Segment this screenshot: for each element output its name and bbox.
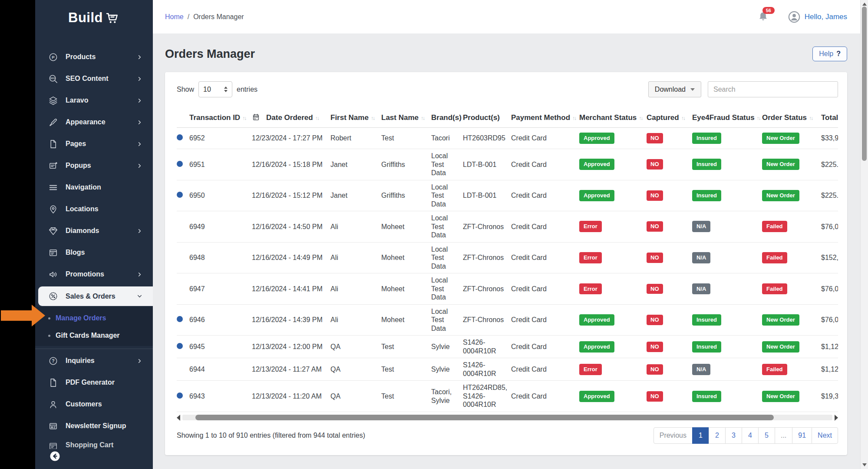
cell-eye4fraud-status: Insured — [692, 149, 762, 180]
col-header-first-name[interactable]: First Name↑↓ — [330, 113, 381, 128]
help-button[interactable]: Help ? — [812, 47, 847, 61]
col-header-payment-method[interactable]: Payment Method↑↓ — [511, 113, 579, 128]
user-greeting[interactable]: Hello, James — [805, 13, 847, 21]
cell-date-ordered: 12/16/2024 - 14:41 PM — [252, 273, 330, 305]
sidebar-item-newsletter-signup[interactable]: Newsletter Signup — [35, 415, 153, 437]
cell-brands: Tacori — [431, 128, 463, 149]
sidebar-item-label: Promotions — [66, 270, 137, 278]
page-button-5[interactable]: 5 — [758, 427, 775, 444]
sidebar: Build PProductsSEOSEO ContentLaravoAppea… — [35, 0, 153, 469]
cell-date-ordered: 12/13/2024 - 11:20 AM — [252, 381, 330, 412]
cell-brands: Local Test Data — [431, 149, 463, 180]
status-badge: Error — [579, 252, 602, 263]
sidebar-item-label: Laravo — [66, 96, 137, 104]
sidebar-item-inquiries[interactable]: ?Inquiries — [35, 350, 153, 372]
diamond-icon — [48, 226, 58, 236]
cell-order-status: New Order — [762, 180, 821, 211]
col-header-date-ordered[interactable]: Date Ordered↑↓ — [252, 113, 330, 128]
table-row[interactable]: 694912/16/2024 - 14:50 PMAliMoheetLocal … — [177, 211, 838, 243]
sidebar-collapse-button[interactable] — [50, 451, 60, 462]
col-header-last-name[interactable]: Last Name↑↓ — [381, 113, 431, 128]
status-badge: N/A — [692, 364, 710, 375]
sidebar-item-promotions[interactable]: Promotions — [35, 263, 153, 285]
app-logo[interactable]: Build — [35, 0, 153, 28]
sidebar-submenu: Manage OrdersGift Cards Manager — [35, 307, 153, 346]
col-header-eye4fraud-status[interactable]: Eye4Fraud Status↑↓ — [692, 113, 762, 128]
cell-products: ZFT-Chronos — [463, 242, 511, 273]
scrollbar-up-arrow-icon[interactable] — [862, 3, 867, 6]
sidebar-item-customers[interactable]: Customers — [35, 393, 153, 415]
status-badge: Error — [579, 364, 602, 375]
col-header-merchant-status[interactable]: Merchant Status↑↓ — [579, 113, 647, 128]
cell-transaction-id: 6951 — [189, 149, 252, 180]
sidebar-item-diamonds[interactable]: Diamonds — [35, 220, 153, 242]
col-header-captured[interactable]: Captured↑↓ — [647, 113, 692, 128]
sidebar-subitem-gift-cards-manager[interactable]: Gift Cards Manager — [35, 327, 153, 344]
table-row[interactable]: 695112/16/2024 - 15:18 PMJanetGriffithsL… — [177, 149, 838, 180]
page-size-select[interactable]: 10 — [198, 81, 232, 97]
sidebar-item-pdf-generator[interactable]: PDF Generator — [35, 372, 153, 393]
table-row[interactable]: 694712/16/2024 - 14:41 PMAliMoheetLocal … — [177, 273, 838, 305]
sidebar-item-navigation[interactable]: Navigation — [35, 176, 153, 198]
table-row[interactable]: 695012/16/2024 - 15:12 PMJanetGriffithsL… — [177, 180, 838, 211]
sidebar-item-popups[interactable]: Popups — [35, 155, 153, 176]
sidebar-item-sales-orders[interactable]: Sales & Orders — [38, 286, 153, 306]
sidebar-item-locations[interactable]: Locations — [35, 198, 153, 220]
search-input[interactable] — [708, 81, 838, 97]
cell-captured: NO — [647, 128, 692, 149]
entries-label: entries — [237, 86, 257, 93]
scrollbar-thumb[interactable] — [195, 415, 774, 420]
table-row[interactable]: 694512/13/2024 - 12:00 PMQATestSylvieS14… — [177, 336, 838, 358]
page-button-4[interactable]: 4 — [742, 427, 759, 444]
col-header-label: First Name — [330, 113, 369, 122]
page-button-91[interactable]: 91 — [792, 427, 812, 444]
sidebar-item-shopping-cart[interactable]: Shopping Cart — [35, 437, 153, 449]
cell-merchant-status: Approved — [579, 128, 647, 149]
cell-transaction-id: 6944 — [189, 358, 252, 381]
cell-eye4fraud-status: N/A — [692, 273, 762, 305]
page-button-1[interactable]: 1 — [692, 427, 709, 444]
table-row[interactable]: 694412/13/2024 - 11:27 AMQATestSylvieS14… — [177, 358, 838, 381]
browser-scrollbar-thumb[interactable] — [862, 7, 867, 161]
col-header-order-status[interactable]: Order Status↑↓ — [762, 113, 821, 128]
col-header-transaction-id[interactable]: Transaction ID↑↓ — [189, 113, 252, 128]
sidebar-subitem-label: Gift Cards Manager — [56, 332, 120, 339]
sidebar-subitem-manage-orders[interactable]: Manage Orders — [35, 309, 153, 327]
scrollbar-track[interactable] — [182, 415, 832, 420]
sidebar-item-blogs[interactable]: Blogs — [35, 242, 153, 263]
cell-date-ordered: 12/16/2024 - 14:50 PM — [252, 211, 330, 243]
sidebar-item-seo-content[interactable]: SEOSEO Content — [35, 68, 153, 90]
page-button-2[interactable]: 2 — [709, 427, 726, 444]
sidebar-item-pages[interactable]: Pages — [35, 133, 153, 155]
browser-scrollbar[interactable] — [860, 0, 868, 469]
status-badge: NO — [647, 190, 663, 201]
download-button[interactable]: Download — [648, 81, 701, 97]
pagination-ellipsis[interactable]: ... — [775, 427, 792, 444]
previous-page-button[interactable]: Previous — [653, 427, 693, 444]
scroll-right-arrow-icon[interactable] — [835, 415, 838, 421]
cell-total: $33,98 — [821, 128, 838, 149]
page-button-3[interactable]: 3 — [725, 427, 742, 444]
cell-first-name: Ali — [330, 211, 381, 243]
scrollbar-down-arrow-icon[interactable] — [862, 463, 867, 466]
scroll-left-arrow-icon[interactable] — [177, 415, 180, 421]
status-badge: Approved — [579, 341, 614, 353]
cell-dot — [177, 242, 189, 273]
sidebar-item-laravo[interactable]: Laravo — [35, 90, 153, 111]
breadcrumb-home-link[interactable]: Home — [165, 13, 184, 21]
table-row[interactable]: 694812/16/2024 - 14:49 PMAliMoheetLocal … — [177, 242, 838, 273]
table-row[interactable]: 694312/13/2024 - 11:20 AMQATestTacori, S… — [177, 381, 838, 412]
next-page-button[interactable]: Next — [812, 427, 838, 444]
status-badge: Approved — [579, 391, 614, 402]
table-row[interactable]: 695212/23/2024 - 17:27 PMRobertTestTacor… — [177, 128, 838, 149]
sidebar-item-products[interactable]: PProducts — [35, 46, 153, 68]
percent-icon — [48, 291, 58, 301]
sidebar-item-appearance[interactable]: Appearance — [35, 111, 153, 133]
notifications-button[interactable]: 56 — [757, 11, 769, 23]
order-unread-dot — [177, 134, 183, 140]
blog-icon — [48, 248, 58, 258]
avatar[interactable] — [788, 11, 800, 23]
table-row[interactable]: 694612/16/2024 - 14:39 PMAliMoheetLocal … — [177, 304, 838, 336]
file-icon — [48, 139, 58, 149]
status-badge: Error — [579, 221, 602, 232]
